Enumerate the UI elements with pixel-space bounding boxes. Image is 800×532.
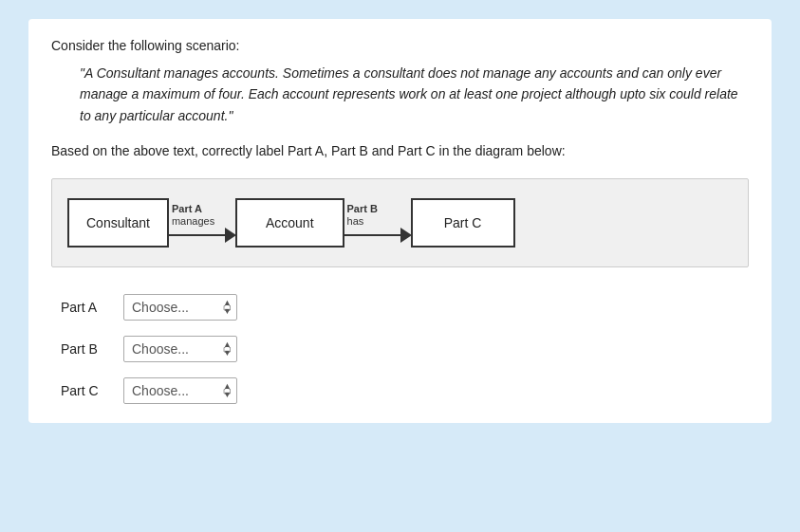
part-c-row: Part C Choose... 0..4 1..6 0..1 1..* 0..…	[61, 377, 749, 404]
part-a-diagram-label: Part A	[172, 203, 202, 214]
part-b-select[interactable]: Choose... 0..4 1..6 0..1 1..* 0..*	[123, 336, 237, 362]
rel-b-verb: has	[347, 215, 364, 227]
diagram-container: Consultant Part A manages Accoun	[51, 178, 749, 267]
part-c-label: Part C	[61, 383, 108, 398]
part-c-select-wrapper: Choose... 0..4 1..6 0..1 1..* 0..* ▲ ▼	[123, 377, 237, 404]
part-b-diagram-label: Part B	[347, 203, 378, 214]
rel-a-bottom: manages	[168, 215, 236, 243]
rel-a-line-group: manages	[168, 215, 236, 243]
part-c-select[interactable]: Choose... 0..4 1..6 0..1 1..* 0..*	[123, 377, 237, 404]
rel-a-verb: manages	[172, 215, 214, 227]
part-a-select-wrapper: Choose... 0..4 1..6 0..1 1..* 0..* ▲ ▼	[123, 294, 237, 321]
rel-a-line	[168, 234, 225, 236]
entity-part-c: Part C	[411, 198, 515, 248]
rel-b-line-arrow	[344, 228, 412, 243]
rel-a-line-arrow	[168, 228, 236, 243]
question-text: Based on the above text, correctly label…	[51, 141, 749, 161]
rel-b-wrapper: Part B has	[344, 203, 412, 243]
scenario-text: "A Consultant manages accounts. Sometime…	[80, 63, 749, 126]
part-b-row: Part B Choose... 0..4 1..6 0..1 1..* 0..…	[61, 336, 749, 362]
part-a-label: Part A	[61, 300, 108, 315]
entity-consultant: Consultant	[67, 198, 169, 248]
entity-account: Account	[235, 198, 344, 248]
rel-a-wrapper: Part A manages	[168, 203, 236, 243]
part-a-row: Part A Choose... 0..4 1..6 0..1 1..* 0..…	[61, 294, 749, 321]
content-area: Consider the following scenario: "A Cons…	[28, 19, 772, 423]
part-b-label: Part B	[61, 341, 108, 357]
diagram-wrapper: Consultant Part A manages Accoun	[67, 198, 733, 248]
part-a-select[interactable]: Choose... 0..4 1..6 0..1 1..* 0..*	[123, 294, 237, 321]
intro-label: Consider the following scenario:	[51, 38, 749, 53]
parts-section: Part A Choose... 0..4 1..6 0..1 1..* 0..…	[61, 294, 749, 404]
part-b-select-wrapper: Choose... 0..4 1..6 0..1 1..* 0..* ▲ ▼	[123, 336, 237, 362]
rel-b-line-group: has	[344, 215, 412, 243]
rel-b-bottom: has	[344, 215, 412, 243]
rel-b-line	[344, 234, 400, 236]
